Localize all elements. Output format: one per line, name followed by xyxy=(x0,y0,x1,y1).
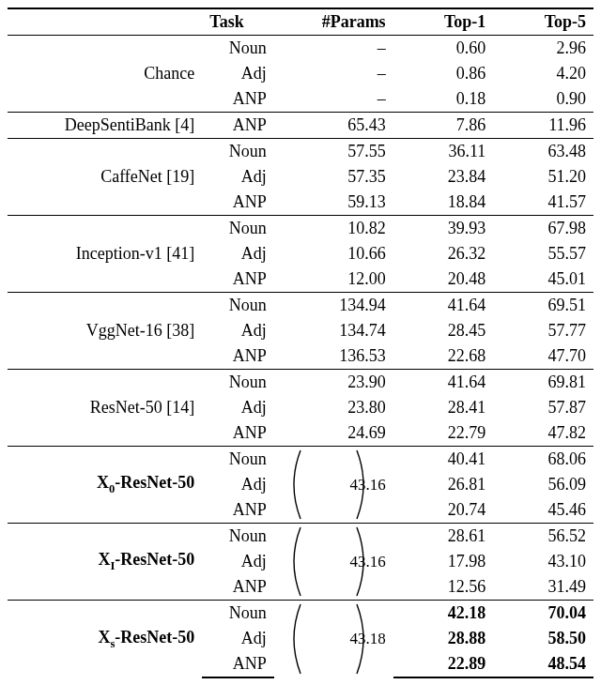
top5-cell: 48.54 xyxy=(493,651,593,677)
header-model xyxy=(8,8,202,36)
task-cell: ANP xyxy=(202,420,273,447)
top5-cell: 57.87 xyxy=(493,395,593,420)
params-cell: – xyxy=(274,61,393,86)
top1-cell: 26.32 xyxy=(393,241,494,266)
model-name: Inception-v1 [41] xyxy=(8,216,202,293)
params-value: 43.18 xyxy=(349,630,385,647)
header-row: Task #Params Top-1 Top-5 xyxy=(8,8,593,36)
top5-cell: 4.20 xyxy=(493,61,593,86)
task-cell: Adj xyxy=(202,549,273,574)
task-cell: ANP xyxy=(202,497,273,524)
params-cell: 65.43 xyxy=(274,113,393,139)
top5-cell: 69.81 xyxy=(493,370,593,396)
params-cell: 10.82 xyxy=(274,216,393,242)
task-cell: Adj xyxy=(202,318,273,343)
top5-cell: 11.96 xyxy=(493,113,593,139)
top1-cell: 26.81 xyxy=(393,472,494,497)
top5-cell: 45.01 xyxy=(493,266,593,293)
model-name: XI-ResNet-50 xyxy=(8,524,202,601)
top1-cell: 28.88 xyxy=(393,626,494,651)
task-cell: Adj xyxy=(202,164,273,190)
top5-cell: 70.04 xyxy=(493,601,593,627)
params-cell: 23.80 xyxy=(274,395,393,420)
task-cell: Noun xyxy=(202,370,273,396)
table-row: X0-ResNet-50Noun43.1640.4168.06 xyxy=(8,447,593,473)
task-cell: ANP xyxy=(202,574,273,601)
model-name: VggNet-16 [38] xyxy=(8,293,202,370)
top1-cell: 22.79 xyxy=(393,420,494,447)
top1-cell: 28.45 xyxy=(393,318,494,343)
top5-cell: 45.46 xyxy=(493,497,593,524)
params-cell: 134.94 xyxy=(274,293,393,319)
top5-cell: 57.77 xyxy=(493,318,593,343)
top5-cell: 31.49 xyxy=(493,574,593,601)
task-cell: Noun xyxy=(202,216,273,242)
params-cell: 57.55 xyxy=(274,139,393,165)
top1-cell: 17.98 xyxy=(393,549,494,574)
task-cell: ANP xyxy=(202,651,273,677)
top1-cell: 20.48 xyxy=(393,266,494,293)
table-row: Inception-v1 [41]Noun10.8239.9367.98 xyxy=(8,216,593,242)
model-name: Chance xyxy=(8,36,202,113)
top5-cell: 47.70 xyxy=(493,343,593,370)
top5-cell: 58.50 xyxy=(493,626,593,651)
model-name: Xs-ResNet-50 xyxy=(8,601,202,678)
table-row: CaffeNet [19]Noun57.5536.1163.48 xyxy=(8,139,593,165)
top1-cell: 0.86 xyxy=(393,61,494,86)
task-cell: Noun xyxy=(202,36,273,62)
params-cell: 57.35 xyxy=(274,164,393,190)
table-row: XI-ResNet-50Noun43.1628.6156.52 xyxy=(8,524,593,550)
task-cell: Adj xyxy=(202,395,273,420)
task-cell: ANP xyxy=(202,86,273,113)
top1-cell: 12.56 xyxy=(393,574,494,601)
params-cell: – xyxy=(274,86,393,113)
header-top5: Top-5 xyxy=(493,8,593,36)
task-cell: ANP xyxy=(202,190,273,216)
top1-cell: 22.89 xyxy=(393,651,494,677)
top5-cell: 56.09 xyxy=(493,472,593,497)
top1-cell: 22.68 xyxy=(393,343,494,370)
top5-cell: 51.20 xyxy=(493,164,593,190)
header-params: #Params xyxy=(274,8,393,36)
task-cell: Adj xyxy=(202,626,273,651)
top1-cell: 40.41 xyxy=(393,447,494,473)
params-cell: 10.66 xyxy=(274,241,393,266)
params-cell: 134.74 xyxy=(274,318,393,343)
header-task: Task xyxy=(202,8,273,36)
params-bracket-cell: 43.16 xyxy=(274,447,393,524)
top1-cell: 0.18 xyxy=(393,86,494,113)
top1-cell: 41.64 xyxy=(393,293,494,319)
top5-cell: 63.48 xyxy=(493,139,593,165)
top5-cell: 47.82 xyxy=(493,420,593,447)
params-bracket-cell: 43.18 xyxy=(274,601,393,678)
top1-cell: 42.18 xyxy=(393,601,494,627)
table-row: DeepSentiBank [4]ANP65.437.8611.96 xyxy=(8,113,593,139)
params-cell: – xyxy=(274,36,393,62)
task-cell: Noun xyxy=(202,447,273,473)
top1-cell: 20.74 xyxy=(393,497,494,524)
top5-cell: 41.57 xyxy=(493,190,593,216)
table-row: ResNet-50 [14]Noun23.9041.6469.81 xyxy=(8,370,593,396)
top1-cell: 18.84 xyxy=(393,190,494,216)
task-cell: Noun xyxy=(202,139,273,165)
task-cell: Adj xyxy=(202,472,273,497)
top5-cell: 2.96 xyxy=(493,36,593,62)
top1-cell: 41.64 xyxy=(393,370,494,396)
task-cell: Adj xyxy=(202,61,273,86)
top1-cell: 39.93 xyxy=(393,216,494,242)
params-cell: 12.00 xyxy=(274,266,393,293)
top5-cell: 0.90 xyxy=(493,86,593,113)
params-value: 43.16 xyxy=(349,476,385,494)
top5-cell: 43.10 xyxy=(493,549,593,574)
model-name: X0-ResNet-50 xyxy=(8,447,202,524)
model-name: ResNet-50 [14] xyxy=(8,370,202,447)
params-value: 43.16 xyxy=(349,553,385,571)
header-top1: Top-1 xyxy=(393,8,494,36)
top5-cell: 67.98 xyxy=(493,216,593,242)
task-cell: ANP xyxy=(202,266,273,293)
top1-cell: 0.60 xyxy=(393,36,494,62)
task-cell: Noun xyxy=(202,524,273,550)
top1-cell: 23.84 xyxy=(393,164,494,190)
top1-cell: 7.86 xyxy=(393,113,494,139)
top5-cell: 68.06 xyxy=(493,447,593,473)
